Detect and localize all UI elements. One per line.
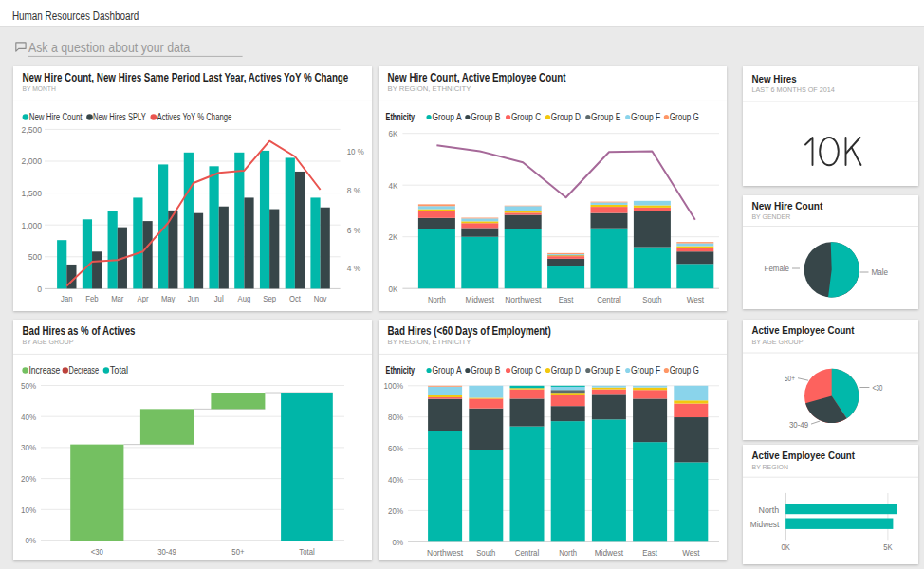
svg-text:Nov: Nov xyxy=(314,293,327,303)
svg-text:South: South xyxy=(642,294,661,304)
svg-text:BY MONTH: BY MONTH xyxy=(23,84,56,93)
svg-text:Group C: Group C xyxy=(511,365,541,376)
svg-text:Group D: Group D xyxy=(551,112,581,122)
svg-text:Midwest: Midwest xyxy=(595,547,624,558)
svg-text:30%: 30% xyxy=(21,442,36,452)
svg-text:Total: Total xyxy=(299,546,314,557)
svg-text:Group B: Group B xyxy=(471,365,500,376)
svg-text:<30: <30 xyxy=(872,382,882,393)
svg-text:10%: 10% xyxy=(21,505,36,515)
svg-text:Ethnicity: Ethnicity xyxy=(386,112,416,122)
svg-text:New Hires SPLY: New Hires SPLY xyxy=(93,112,146,122)
svg-text:0K: 0K xyxy=(389,284,398,294)
svg-text:Aug: Aug xyxy=(238,293,251,303)
svg-text:BY AGE GROUP: BY AGE GROUP xyxy=(752,338,804,346)
svg-text:2,000: 2,000 xyxy=(22,156,42,166)
svg-text:New Hire Count, Active Employe: New Hire Count, Active Employee Count xyxy=(388,70,566,84)
svg-text:Midwest: Midwest xyxy=(466,294,495,304)
svg-text:Group F: Group F xyxy=(631,112,660,122)
svg-text:North: North xyxy=(428,294,446,304)
svg-text:80%: 80% xyxy=(388,412,403,422)
svg-text:2,500: 2,500 xyxy=(22,124,42,135)
svg-text:Oct: Oct xyxy=(289,293,301,303)
svg-text:100%: 100% xyxy=(384,380,404,391)
svg-text:6 %: 6 % xyxy=(347,225,361,235)
svg-text:8 %: 8 % xyxy=(347,185,361,195)
svg-text:Group B: Group B xyxy=(471,112,500,122)
svg-text:West: West xyxy=(682,547,700,558)
svg-text:Central: Central xyxy=(597,294,621,304)
svg-text:1,500: 1,500 xyxy=(22,188,42,198)
svg-text:East: East xyxy=(559,294,574,304)
svg-text:Active Employee Count: Active Employee Count xyxy=(752,324,855,336)
svg-text:New Hire Count, New Hires Same: New Hire Count, New Hires Same Period La… xyxy=(23,70,349,84)
svg-text:0%: 0% xyxy=(393,537,404,547)
svg-text:6K: 6K xyxy=(389,128,398,138)
svg-text:Mar: Mar xyxy=(111,293,123,303)
svg-text:Ethnicity: Ethnicity xyxy=(386,365,416,376)
svg-text:50+: 50+ xyxy=(785,373,795,383)
svg-text:Midwest: Midwest xyxy=(750,519,780,529)
svg-text:500: 500 xyxy=(28,251,42,262)
svg-text:0K: 0K xyxy=(782,541,791,552)
svg-text:Feb: Feb xyxy=(85,293,98,303)
svg-text:Apr: Apr xyxy=(138,293,149,303)
svg-text:Group E: Group E xyxy=(591,365,620,376)
svg-text:0: 0 xyxy=(37,284,42,294)
svg-text:Group G: Group G xyxy=(670,112,699,122)
svg-text:40%: 40% xyxy=(21,412,36,422)
svg-text:BY REGION, ETHNICITY: BY REGION, ETHNICITY xyxy=(388,84,471,93)
svg-text:1,000: 1,000 xyxy=(22,220,42,230)
svg-text:Group E: Group E xyxy=(591,112,620,122)
svg-text:20%: 20% xyxy=(21,473,36,484)
svg-text:New Hires: New Hires xyxy=(752,73,797,84)
svg-text:<30: <30 xyxy=(91,546,103,557)
svg-text:Group F: Group F xyxy=(631,365,660,376)
svg-text:LAST 6 MONTHS OF 2014: LAST 6 MONTHS OF 2014 xyxy=(752,85,836,94)
svg-text:Decrease: Decrease xyxy=(69,365,100,376)
svg-text:30-49: 30-49 xyxy=(157,546,176,557)
svg-text:Jul: Jul xyxy=(214,293,224,303)
svg-text:Human Resources Dashboard: Human Resources Dashboard xyxy=(12,9,139,23)
svg-text:East: East xyxy=(642,547,657,558)
svg-text:4 %: 4 % xyxy=(347,263,361,273)
svg-text:Northwest: Northwest xyxy=(427,547,463,558)
svg-text:Northwest: Northwest xyxy=(505,294,541,304)
svg-text:BY AGE GROUP: BY AGE GROUP xyxy=(23,338,74,346)
svg-text:Sep: Sep xyxy=(263,293,276,303)
svg-text:Ask a question about your data: Ask a question about your data xyxy=(28,39,191,55)
svg-text:Total: Total xyxy=(110,365,128,376)
svg-text:May: May xyxy=(161,293,176,303)
svg-text:West: West xyxy=(687,294,705,304)
svg-text:Increase: Increase xyxy=(28,365,60,376)
svg-text:South: South xyxy=(476,547,495,558)
svg-text:10 %: 10 % xyxy=(347,146,365,156)
svg-text:Group G: Group G xyxy=(670,365,699,376)
svg-text:40%: 40% xyxy=(388,474,403,485)
svg-text:North: North xyxy=(759,505,780,515)
svg-text:BY REGION, ETHNICITY: BY REGION, ETHNICITY xyxy=(388,338,471,346)
svg-text:Jan: Jan xyxy=(61,293,72,303)
svg-text:30-49: 30-49 xyxy=(789,419,808,430)
svg-text:BY REGION: BY REGION xyxy=(752,463,789,471)
svg-text:Bad Hires (<60 Days of Employm: Bad Hires (<60 Days of Employment) xyxy=(388,323,551,338)
svg-text:Active Employee Count: Active Employee Count xyxy=(752,450,856,461)
svg-text:Group A: Group A xyxy=(432,365,461,376)
svg-text:BY GENDER: BY GENDER xyxy=(752,212,791,221)
svg-text:Male: Male xyxy=(872,266,889,277)
svg-text:50%: 50% xyxy=(21,380,36,391)
svg-text:20%: 20% xyxy=(388,505,403,516)
svg-text:50+: 50+ xyxy=(231,546,245,557)
svg-text:2K: 2K xyxy=(389,231,398,242)
svg-text:Group D: Group D xyxy=(551,365,581,376)
svg-text:4K: 4K xyxy=(389,180,398,191)
svg-text:Bad Hires as % of Actives: Bad Hires as % of Actives xyxy=(23,323,136,338)
svg-text:Actives YoY % Change: Actives YoY % Change xyxy=(157,112,232,122)
svg-text:Central: Central xyxy=(515,547,540,558)
svg-text:60%: 60% xyxy=(388,443,403,453)
svg-text:Group C: Group C xyxy=(511,112,541,122)
svg-text:0%: 0% xyxy=(26,535,37,545)
svg-text:5K: 5K xyxy=(883,541,893,552)
svg-text:Group A: Group A xyxy=(432,112,461,122)
svg-text:Female: Female xyxy=(765,263,789,273)
